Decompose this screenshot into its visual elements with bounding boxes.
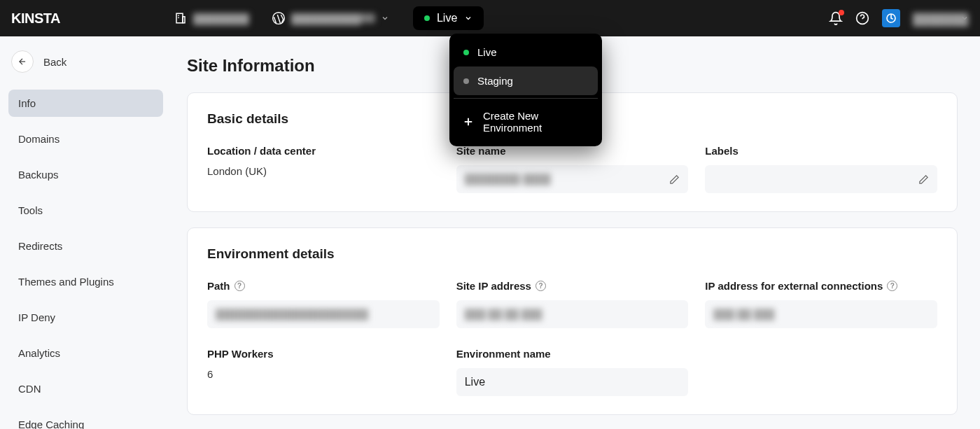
sitename-label: Site name	[456, 145, 689, 157]
env-selected-label: Live	[437, 12, 457, 24]
pencil-icon	[918, 174, 929, 185]
sidebar-item-edge-caching[interactable]: Edge Caching	[8, 411, 163, 429]
extip-value-box: ███ ██ ███	[705, 300, 937, 328]
svg-rect-1	[183, 17, 185, 23]
dropdown-divider	[454, 98, 598, 99]
env-option-label: Live	[477, 46, 497, 58]
chevron-down-icon	[464, 14, 472, 22]
logo: KINSTA	[11, 10, 60, 27]
notifications-button[interactable]	[829, 11, 843, 25]
help-icon[interactable]: ?	[536, 281, 546, 291]
sitename-field: Site name ████████ ████	[456, 145, 689, 193]
sidebar-item-ip-deny[interactable]: IP Deny	[8, 304, 163, 331]
help-icon[interactable]: ?	[234, 281, 245, 291]
environment-selector[interactable]: Live	[413, 6, 484, 30]
labels-label: Labels	[705, 145, 937, 157]
envname-value: Live	[465, 376, 485, 388]
path-label: Path ?	[207, 280, 440, 292]
create-environment-button[interactable]: Create New Environment	[454, 101, 598, 142]
env-option-staging[interactable]: Staging	[454, 66, 598, 95]
path-field: Path ? ██████████████████████	[207, 280, 440, 328]
site-selector[interactable]: ██████████	[265, 7, 396, 29]
svg-rect-0	[176, 13, 183, 23]
envname-label: Environment name	[456, 348, 689, 360]
sidebar-item-domains[interactable]: Domains	[8, 125, 163, 153]
help-button[interactable]	[855, 11, 869, 25]
php-workers-value: 6	[207, 368, 440, 380]
path-value-box: ██████████████████████	[207, 300, 440, 328]
plus-icon	[462, 115, 475, 128]
company-selector[interactable]: ████████	[167, 7, 256, 29]
labels-input[interactable]	[705, 165, 937, 193]
chevron-down-icon	[381, 14, 389, 22]
envname-value-box: Live	[456, 368, 689, 396]
sidebar-item-themes-plugins[interactable]: Themes and Plugins	[8, 268, 163, 295]
path-value: ██████████████████████	[216, 309, 368, 320]
env-status-dot	[424, 15, 430, 21]
back-label: Back	[43, 56, 66, 68]
site-name: ██████████	[291, 13, 375, 23]
avatar[interactable]	[882, 9, 900, 27]
user-name: ███████	[913, 13, 955, 23]
environment-details-card: Environment details Path ? █████████████…	[187, 227, 958, 415]
sitename-value: ████████ ████	[465, 174, 551, 185]
location-label: Location / data center	[207, 145, 440, 157]
sitename-input[interactable]: ████████ ████	[456, 165, 689, 193]
header-right: ███████	[829, 9, 969, 27]
extip-label: IP address for external connections ?	[705, 280, 937, 292]
sidebar-item-redirects[interactable]: Redirects	[8, 232, 163, 260]
extip-value: ███ ██ ███	[713, 309, 774, 320]
env-option-live[interactable]: Live	[454, 38, 598, 66]
empty-field	[705, 348, 937, 396]
env-option-label: Staging	[477, 75, 513, 87]
siteip-value: ███ ██ ██ ███	[465, 309, 542, 320]
pencil-icon	[669, 174, 680, 185]
company-name: ████████	[193, 13, 249, 23]
php-workers-label: PHP Workers	[207, 348, 440, 360]
php-workers-field: PHP Workers 6	[207, 348, 440, 396]
sidebar-item-tools[interactable]: Tools	[8, 197, 163, 224]
sidebar-item-backups[interactable]: Backups	[8, 161, 163, 188]
sidebar-item-analytics[interactable]: Analytics	[8, 339, 163, 367]
siteip-label: Site IP address ?	[456, 280, 689, 292]
user-menu[interactable]: ███████	[913, 13, 969, 23]
extip-field: IP address for external connections ? ██…	[705, 280, 937, 328]
sidebar: Back Info Domains Backups Tools Redirect…	[0, 36, 172, 429]
sidebar-item-cdn[interactable]: CDN	[8, 375, 163, 402]
env-dot-gray	[463, 78, 469, 84]
sidebar-item-info[interactable]: Info	[8, 90, 163, 117]
back-button[interactable]: Back	[8, 50, 163, 73]
location-field: Location / data center London (UK)	[207, 145, 440, 193]
siteip-field: Site IP address ? ███ ██ ██ ███	[456, 280, 689, 328]
env-dot-green	[463, 50, 469, 55]
create-env-label: Create New Environment	[483, 110, 589, 134]
help-icon[interactable]: ?	[887, 281, 897, 291]
env-details-title: Environment details	[207, 246, 937, 262]
notification-badge	[839, 10, 844, 15]
building-icon	[174, 11, 188, 25]
wordpress-icon	[272, 11, 286, 25]
labels-field: Labels	[705, 145, 937, 193]
back-arrow-circle	[11, 50, 34, 73]
environment-dropdown: Live Staging Create New Environment	[449, 34, 602, 146]
envname-field: Environment name Live	[456, 348, 689, 396]
top-header: KINSTA ████████ ██████████ Live	[0, 0, 980, 36]
location-value: London (UK)	[207, 165, 440, 177]
siteip-value-box: ███ ██ ██ ███	[456, 300, 689, 328]
